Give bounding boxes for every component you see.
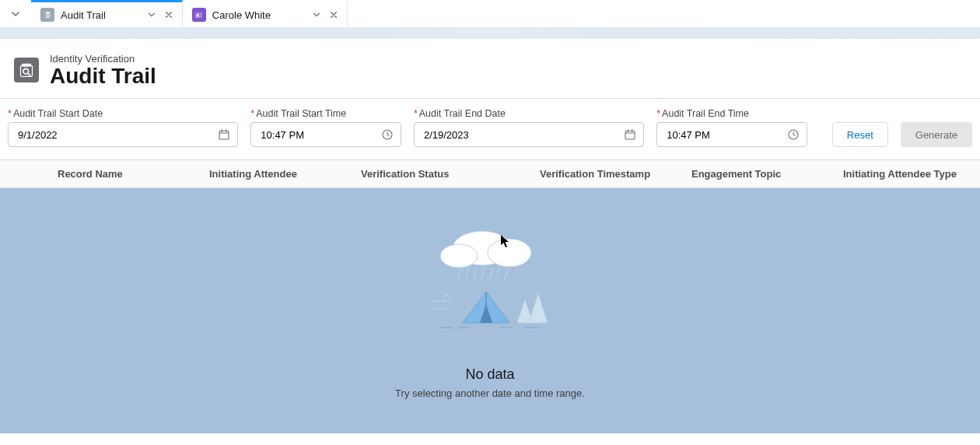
svg-point-3 [197,13,199,16]
start-date-input[interactable] [9,129,237,141]
svg-line-20 [505,268,508,279]
generate-button[interactable]: Generate [901,122,972,147]
reset-button[interactable]: Reset [832,122,888,147]
audit-trail-icon [40,8,54,22]
svg-point-12 [488,239,531,267]
calendar-icon[interactable] [623,128,637,142]
field-label: *Audit Trail Start Date [8,108,238,119]
close-icon [330,11,338,19]
calendar-icon[interactable] [217,128,231,142]
empty-subtitle: Try selecting another date and time rang… [395,387,585,399]
col-record-name[interactable]: Record Name [47,168,198,180]
empty-state: No data Try selecting another date and t… [0,188,980,433]
chevron-down-icon [11,9,20,19]
empty-title: No data [465,366,514,383]
empty-illustration [408,223,572,340]
svg-rect-7 [219,131,229,140]
table-header-row: Record Name Initiating Attendee Verifica… [0,160,980,188]
field-label: *Audit Trail End Date [414,108,644,119]
col-initiating-attendee[interactable]: Initiating Attendee [198,168,350,180]
svg-line-14 [458,268,461,279]
clock-icon[interactable] [786,128,800,142]
close-icon [165,11,173,19]
svg-line-15 [466,267,469,278]
svg-point-13 [440,244,478,268]
svg-rect-9 [625,131,635,140]
page-icon [14,58,39,82]
tab-actions-dropdown[interactable] [145,8,159,22]
svg-line-19 [497,267,500,278]
tab-close-button[interactable] [327,8,341,22]
tab-carole-white[interactable]: Carole White [183,0,348,27]
tab-label: Carole White [212,9,271,21]
end-time-field: *Audit Trail End Time [656,108,807,147]
end-date-field: *Audit Trail End Date [414,108,644,147]
svg-line-17 [481,267,485,279]
page-kicker: Identity Verification [50,53,156,65]
tab-menu-dropdown[interactable] [0,0,31,27]
tab-label: Audit Trail [61,9,106,21]
field-label: *Audit Trail End Time [656,108,807,119]
field-label: *Audit Trail Start Time [250,108,401,119]
clock-icon[interactable] [380,128,394,142]
end-time-input[interactable] [657,129,807,141]
svg-line-18 [489,268,492,281]
col-engagement-topic[interactable]: Engagement Topic [681,168,832,180]
end-date-input[interactable] [415,129,643,141]
start-time-field: *Audit Trail Start Time [250,108,401,147]
col-verification-status[interactable]: Verification Status [350,168,529,180]
svg-rect-5 [21,65,33,76]
start-time-input[interactable] [251,129,401,141]
tab-actions-dropdown[interactable] [310,8,324,22]
page-title: Audit Trail [50,65,156,87]
decorative-ribbon [0,28,980,39]
page-header: Identity Verification Audit Trail [0,39,980,99]
tab-close-button[interactable] [162,8,176,22]
filter-row: *Audit Trail Start Date *Audit Trail Sta… [0,99,980,160]
tab-bar: Audit Trail Carole White [0,0,980,28]
contact-icon [192,8,206,22]
tab-audit-trail[interactable]: Audit Trail [31,0,183,27]
col-verification-timestamp[interactable]: Verification Timestamp [529,168,681,180]
svg-line-16 [474,268,477,281]
audit-search-icon [19,62,34,78]
start-date-field: *Audit Trail Start Date [8,108,238,147]
col-initiating-attendee-type[interactable]: Initiating Attendee Type [832,168,980,180]
